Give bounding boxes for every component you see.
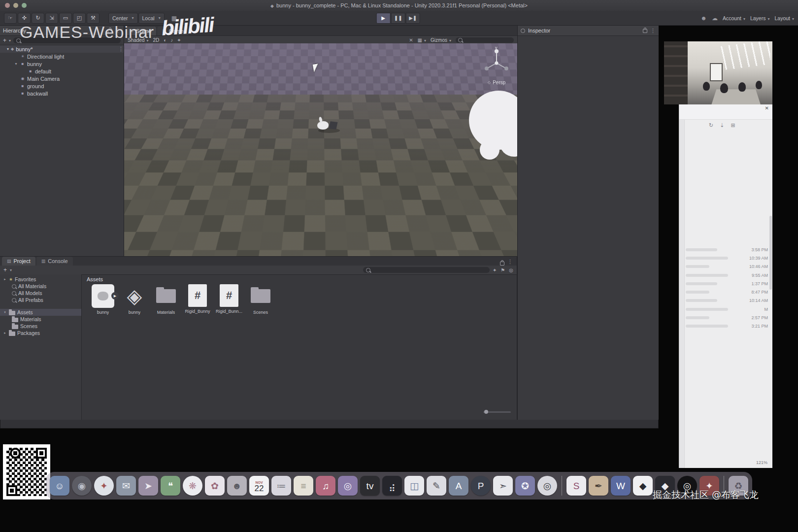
transform-tool-button[interactable]: ⚒: [87, 13, 100, 24]
asset-item[interactable]: Materials: [151, 284, 181, 315]
keynote-dock-icon[interactable]: ◫: [404, 476, 424, 496]
lock-icon[interactable]: [500, 262, 504, 266]
hierarchy-scene-row[interactable]: ▾ ◆ bunny*: [0, 45, 124, 53]
slack-dock-icon[interactable]: S: [566, 476, 586, 496]
transform-tool-button[interactable]: ↻: [32, 13, 44, 24]
chat-row[interactable]: 3:21 PM: [686, 322, 768, 331]
bottom-tab[interactable]: ▤ Project: [2, 257, 35, 266]
ring-app-dock-icon[interactable]: ◎: [537, 476, 557, 496]
hierarchy-item[interactable]: ■ ground: [0, 82, 124, 90]
tree-asset-folder[interactable]: Scenes: [0, 323, 81, 330]
calendar-dock-icon[interactable]: NOV22: [249, 476, 269, 496]
create-caret-icon[interactable]: ▾: [10, 268, 12, 272]
chat-row[interactable]: 3:58 PM: [686, 245, 768, 254]
bottom-tab[interactable]: ▥ Console: [36, 257, 73, 266]
expand-icon[interactable]: ▸: [3, 277, 7, 281]
chat-row[interactable]: 9:55 AM: [686, 271, 768, 279]
expand-icon[interactable]: ▾: [3, 310, 7, 314]
chat-toolbar-icon[interactable]: ↻: [709, 122, 713, 129]
chat-toolbar-icon[interactable]: ⇣: [720, 122, 724, 129]
scene-kebab-icon[interactable]: [118, 46, 124, 52]
pencil-app-dock-icon[interactable]: ✎: [427, 476, 446, 496]
create-caret-icon[interactable]: ▾: [9, 38, 11, 43]
transform-tool-button[interactable]: ☞: [4, 13, 17, 24]
asset-item[interactable]: Rigid_Bunn...: [214, 284, 244, 315]
project-toolbar-icon[interactable]: ◎: [509, 267, 513, 273]
notes-dock-icon[interactable]: ≡: [294, 476, 313, 496]
music-dock-icon[interactable]: ♫: [316, 476, 335, 496]
photos-dock-icon[interactable]: ❋: [183, 476, 202, 496]
kebab-menu-icon[interactable]: [650, 28, 656, 34]
asset-item[interactable]: Scenes: [245, 284, 276, 315]
chat-row[interactable]: 2:57 PM: [686, 313, 768, 322]
stocks-dock-icon[interactable]: ⣴: [382, 476, 402, 496]
security-app-dock-icon[interactable]: ✪: [515, 476, 535, 496]
icon-size-slider[interactable]: [483, 411, 511, 413]
transform-tool-button[interactable]: ⇲: [45, 13, 58, 24]
chat-toolbar-icon[interactable]: ⊞: [731, 122, 735, 129]
chat-row[interactable]: 10:14 AM: [686, 297, 768, 305]
expand-icon[interactable]: ▸: [3, 331, 7, 335]
asset-item[interactable]: bunny: [119, 284, 150, 315]
chat-row[interactable]: 1:37 PM: [686, 279, 768, 288]
maps-dock-icon[interactable]: ➤: [138, 476, 158, 496]
transform-tool-button[interactable]: ▭: [59, 13, 72, 24]
hierarchy-item[interactable]: ▾ ■ bunny: [0, 60, 124, 67]
project-search-input[interactable]: [363, 267, 490, 273]
step-button[interactable]: ▶❚: [406, 13, 420, 24]
project-create-button[interactable]: +: [3, 266, 7, 273]
hierarchy-item[interactable]: ☀ Directional light: [0, 53, 124, 60]
zoom-control[interactable]: 121%: [756, 460, 767, 465]
scrollbar-thumb[interactable]: [769, 216, 772, 290]
p-app-dock-icon[interactable]: P: [471, 476, 491, 496]
scene-viewport[interactable]: y ◇ Persp: [124, 43, 517, 256]
siri-dock-icon[interactable]: ◉: [72, 476, 92, 496]
pivot-toggle-button[interactable]: Center: [108, 13, 138, 24]
asset-item[interactable]: bunny: [88, 284, 118, 315]
safari-dock-icon[interactable]: ✦: [94, 476, 114, 496]
close-icon[interactable]: ✕: [765, 105, 769, 111]
brush-app-dock-icon[interactable]: ✒: [589, 476, 608, 496]
contacts-dock-icon[interactable]: ☻: [227, 476, 247, 496]
kebab-menu-icon[interactable]: [507, 257, 513, 266]
tree-favorite-item[interactable]: All Models: [0, 290, 81, 297]
transform-tool-button[interactable]: ✜: [18, 13, 31, 24]
hierarchy-item[interactable]: ■ backwall: [0, 90, 124, 97]
tree-packages[interactable]: ▸ Packages: [0, 330, 81, 336]
mail-dock-icon[interactable]: ✉: [116, 476, 136, 496]
chat-row[interactable]: 10:46 AM: [686, 263, 768, 271]
transform-tool-button[interactable]: ◰: [73, 13, 86, 24]
scene-search-input[interactable]: [456, 37, 514, 43]
asset-item[interactable]: Rigid_Bunny: [182, 284, 213, 315]
finder-dock-icon[interactable]: ☺: [50, 476, 69, 496]
play-button[interactable]: ▶: [376, 13, 391, 24]
send-app-dock-icon[interactable]: ➣: [493, 476, 513, 496]
expand-icon[interactable]: ▾: [14, 62, 18, 66]
tree-asset-folder[interactable]: Materials: [0, 316, 81, 323]
tree-assets[interactable]: ▾ Assets: [0, 309, 81, 316]
close-overlay-icon[interactable]: ✕: [409, 37, 413, 43]
reminders-dock-icon[interactable]: ≔: [271, 476, 291, 496]
unity-hub-dock-icon[interactable]: ◆: [633, 476, 653, 496]
app-store-dock-icon[interactable]: A: [449, 476, 468, 496]
word-dock-icon[interactable]: W: [611, 476, 631, 496]
messages-dock-icon[interactable]: ❝: [161, 476, 180, 496]
chat-row[interactable]: 8:47 PM: [686, 288, 768, 296]
perspective-label[interactable]: ◇ Persp: [488, 80, 505, 85]
gizmos-dropdown[interactable]: Gizmos: [431, 37, 451, 43]
chat-row[interactable]: 10:39 AM: [686, 254, 768, 262]
apple-tv-dock-icon[interactable]: tv: [360, 476, 380, 496]
tree-favorites[interactable]: ▸ ★ Favorites: [0, 276, 81, 283]
hierarchy-item[interactable]: ◉ Main Camera: [0, 75, 124, 82]
flower-app-dock-icon[interactable]: ✿: [205, 476, 225, 496]
hierarchy-item[interactable]: ■ default: [0, 67, 124, 75]
grid-visibility-icon[interactable]: ▦: [418, 37, 426, 43]
axis-gizmo[interactable]: y: [481, 45, 512, 77]
lock-icon[interactable]: [643, 29, 647, 33]
hierarchy-create-button[interactable]: +: [3, 37, 6, 44]
project-toolbar-icon[interactable]: ✦: [493, 267, 497, 273]
chat-row[interactable]: M: [686, 305, 768, 313]
tree-favorite-item[interactable]: All Prefabs: [0, 297, 81, 303]
podcasts-dock-icon[interactable]: ◎: [338, 476, 358, 496]
tree-favorite-item[interactable]: All Materials: [0, 283, 81, 290]
